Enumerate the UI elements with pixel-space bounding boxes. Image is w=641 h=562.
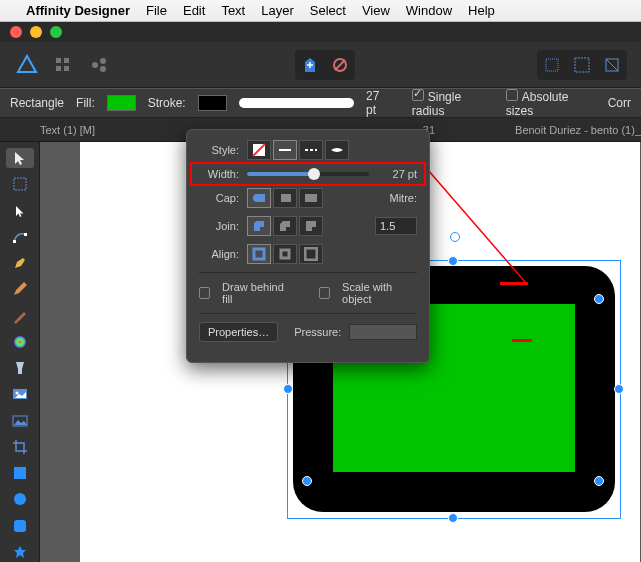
svg-rect-10 [546, 59, 558, 71]
menu-layer[interactable]: Layer [261, 3, 294, 18]
zoom-window-icon[interactable] [50, 26, 62, 38]
image-tool-icon[interactable] [6, 411, 34, 431]
stroke-swatch[interactable] [198, 95, 227, 111]
handle-br[interactable] [594, 476, 604, 486]
snap-guides-icon[interactable] [599, 52, 625, 78]
svg-rect-33 [281, 250, 289, 258]
width-slider[interactable] [247, 172, 369, 176]
svg-point-6 [100, 58, 106, 64]
toolbar-add-icon[interactable] [297, 52, 323, 78]
svg-rect-16 [24, 233, 27, 236]
svg-rect-31 [305, 194, 317, 202]
cap-butt-icon[interactable] [273, 188, 297, 208]
brush-tool-icon[interactable] [6, 306, 34, 326]
align-center-icon[interactable] [247, 244, 271, 264]
menu-help[interactable]: Help [468, 3, 495, 18]
handle-tm[interactable] [448, 256, 458, 266]
svg-rect-23 [14, 520, 26, 532]
properties-button[interactable]: Properties… [199, 322, 278, 342]
svg-rect-3 [56, 66, 61, 71]
svg-line-13 [606, 59, 618, 71]
style-none-icon[interactable] [247, 140, 271, 160]
window-titlebar [0, 22, 641, 42]
handle-bm[interactable] [448, 513, 458, 523]
draw-behind-label: Draw behind fill [222, 281, 290, 305]
artboard-tool-icon[interactable] [6, 201, 34, 221]
rotate-handle[interactable] [450, 232, 460, 242]
join-round-icon[interactable] [247, 216, 271, 236]
menu-select[interactable]: Select [310, 3, 346, 18]
marquee-tool-icon[interactable] [6, 174, 34, 194]
pen-tool-icon[interactable] [6, 253, 34, 273]
menu-text[interactable]: Text [221, 3, 245, 18]
app-name[interactable]: Affinity Designer [26, 3, 130, 18]
snap-grid-icon[interactable] [539, 52, 565, 78]
menu-file[interactable]: File [146, 3, 167, 18]
persona-export-icon[interactable] [86, 52, 112, 78]
width-label: Width: [199, 168, 239, 180]
persona-designer-icon[interactable] [14, 52, 40, 78]
svg-marker-0 [18, 56, 36, 72]
color-picker-tool-icon[interactable] [6, 332, 34, 352]
move-tool-icon[interactable] [6, 148, 34, 168]
rectangle-tool-icon[interactable] [6, 463, 34, 483]
stroke-preview[interactable] [239, 98, 354, 108]
join-bevel-icon[interactable] [273, 216, 297, 236]
snap-bounds-icon[interactable] [569, 52, 595, 78]
svg-rect-14 [14, 178, 26, 190]
ellipse-tool-icon[interactable] [6, 489, 34, 509]
toolbar-sync-icon[interactable] [327, 52, 353, 78]
stroke-width-value: 27 pt [366, 89, 392, 117]
align-outside-icon[interactable] [299, 244, 323, 264]
cap-square-icon[interactable] [299, 188, 323, 208]
svg-rect-21 [14, 467, 26, 479]
pencil-tool-icon[interactable] [6, 279, 34, 299]
handle-ml[interactable] [283, 384, 293, 394]
rounded-rect-tool-icon[interactable] [6, 516, 34, 536]
pressure-curve[interactable] [349, 324, 417, 340]
slider-thumb[interactable] [308, 168, 320, 180]
close-window-icon[interactable] [10, 26, 22, 38]
svg-line-9 [335, 60, 345, 70]
style-solid-icon[interactable] [273, 140, 297, 160]
svg-rect-11 [575, 58, 589, 72]
style-label: Style: [199, 144, 239, 156]
join-miter-icon[interactable] [299, 216, 323, 236]
svg-rect-2 [64, 58, 69, 63]
persona-pixel-icon[interactable] [50, 52, 76, 78]
crop-tool-icon[interactable] [6, 437, 34, 457]
tab-1[interactable]: Text (1) [M] [40, 124, 95, 136]
draw-behind-checkbox[interactable] [199, 287, 210, 299]
mitre-input[interactable] [375, 217, 417, 235]
align-label: Align: [199, 248, 239, 260]
menu-view[interactable]: View [362, 3, 390, 18]
cap-round-icon[interactable] [247, 188, 271, 208]
minimize-window-icon[interactable] [30, 26, 42, 38]
style-dash-icon[interactable] [299, 140, 323, 160]
svg-point-17 [14, 336, 26, 348]
svg-rect-4 [64, 66, 69, 71]
stroke-label: Stroke: [148, 96, 186, 110]
single-radius-checkbox[interactable] [412, 89, 424, 101]
fill-label: Fill: [76, 96, 95, 110]
handle-bl[interactable] [302, 476, 312, 486]
glass-tool-icon[interactable] [6, 358, 34, 378]
star-tool-icon[interactable] [6, 542, 34, 562]
corner-label: Corr [608, 96, 631, 110]
fill-swatch[interactable] [107, 95, 136, 111]
tab-3[interactable]: Benoit Duriez - bento (1)_ [515, 124, 641, 136]
svg-point-5 [92, 62, 98, 68]
node-tool-icon[interactable] [6, 227, 34, 247]
absolute-sizes-checkbox[interactable] [506, 89, 518, 101]
handle-tr[interactable] [594, 294, 604, 304]
menu-edit[interactable]: Edit [183, 3, 205, 18]
align-inside-icon[interactable] [273, 244, 297, 264]
shape-type: Rectangle [10, 96, 64, 110]
sprite-tool-icon[interactable] [6, 384, 34, 404]
menu-window[interactable]: Window [406, 3, 452, 18]
svg-point-7 [100, 66, 106, 72]
scale-with-checkbox[interactable] [319, 287, 330, 299]
style-brush-icon[interactable] [325, 140, 349, 160]
handle-mr[interactable] [614, 384, 624, 394]
main-toolbar [0, 42, 641, 88]
